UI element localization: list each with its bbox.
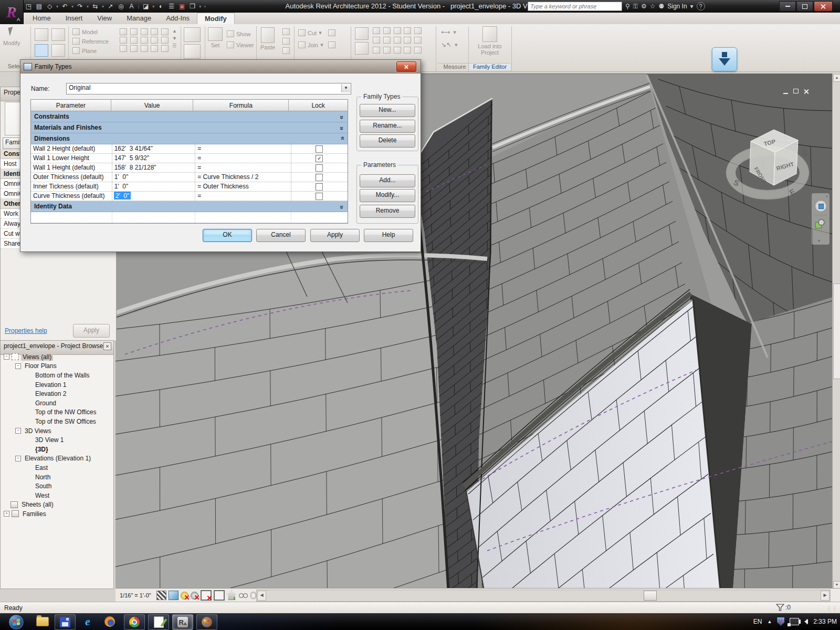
collapse-chevron-icon[interactable]: » xyxy=(338,137,346,140)
parameter-group-row[interactable]: Dimensions» xyxy=(31,133,348,144)
draw-spline-icon[interactable] xyxy=(161,37,169,44)
sketch-icon[interactable] xyxy=(184,27,201,42)
tree-item--3d-[interactable]: {3D} xyxy=(2,445,112,454)
align-icon[interactable] xyxy=(355,27,369,40)
parameter-formula-cell[interactable]: = xyxy=(195,163,291,172)
parameter-formula-cell[interactable]: = Outer Thickness xyxy=(195,182,291,191)
column-header-parameter[interactable]: Parameter xyxy=(31,100,111,111)
language-indicator[interactable]: EN xyxy=(753,618,762,625)
tab-view[interactable]: View xyxy=(90,13,119,24)
help-icon[interactable]: ? xyxy=(697,2,705,10)
measure-angle-button[interactable]: ↘↖▾ xyxy=(441,41,458,48)
new-button[interactable]: New... xyxy=(360,104,415,117)
selection-filter[interactable]: :0 xyxy=(776,604,791,611)
parameter-row[interactable]: Wall 2 Height (default)162' 3 41/64"= xyxy=(31,144,348,154)
tree-item-top-of-the-nw-offices[interactable]: Top of the NW Offices xyxy=(2,408,112,417)
show-crop-region-icon[interactable] xyxy=(214,590,225,601)
measure-icon[interactable]: ⇆ xyxy=(91,2,100,11)
switch-windows-icon[interactable]: ❐ xyxy=(188,2,197,11)
parameter-group-row[interactable]: Constraints» xyxy=(31,111,348,122)
view-minimize-icon[interactable] xyxy=(783,93,788,94)
tree-item-top-of-the-sw-offices[interactable]: Top of the SW Offices xyxy=(2,417,112,426)
dropdown-caret-icon[interactable]: ▾ xyxy=(56,4,58,9)
scroll-down-icon[interactable]: ▼ xyxy=(172,36,177,41)
delete-button[interactable]: Delete xyxy=(360,134,415,148)
draw-circle-icon[interactable] xyxy=(161,28,169,35)
parameter-name-cell[interactable]: Inner Tickness (default) xyxy=(31,182,112,191)
dropdown-caret-icon[interactable]: ▾ xyxy=(87,4,89,9)
subscription-icon[interactable]: ⚿ xyxy=(633,3,638,10)
tree-item-north[interactable]: North xyxy=(2,472,112,482)
tree-item-ground[interactable]: Ground xyxy=(2,398,112,408)
paste-button[interactable]: Paste xyxy=(260,27,275,50)
detail-level-icon[interactable] xyxy=(156,591,166,600)
pick-point-icon[interactable] xyxy=(161,45,169,52)
temporary-hide-isolate-icon[interactable] xyxy=(239,591,248,600)
tree-item-sheets-all-[interactable]: Sheets (all) xyxy=(2,500,112,510)
zoom-tool-icon[interactable] xyxy=(815,219,825,228)
show-workplane-button[interactable]: Show xyxy=(227,30,254,37)
lock-checkbox[interactable] xyxy=(316,183,323,191)
parameter-value-cell[interactable]: 2' 0" xyxy=(112,192,196,201)
parameter-formula-cell[interactable]: = xyxy=(195,144,291,153)
tree-item-south[interactable]: South xyxy=(2,481,112,491)
modify-tool-button[interactable]: Modify xyxy=(3,27,20,46)
draw-ellipse-icon[interactable] xyxy=(130,45,138,52)
parameter-value-cell[interactable]: 1' 0" xyxy=(112,173,196,182)
rename-button[interactable]: Rename... xyxy=(360,120,415,133)
type-name-combobox[interactable]: Original ▼ xyxy=(66,83,351,94)
lock-checkbox[interactable] xyxy=(316,164,323,172)
tab-home[interactable]: Home xyxy=(25,13,58,24)
section-icon[interactable]: ◐ xyxy=(156,2,165,11)
column-header-formula[interactable]: Formula xyxy=(193,100,289,111)
tree-item-floor-plans[interactable]: −Floor Plans xyxy=(2,362,112,371)
viewer-button[interactable]: Viewer xyxy=(227,41,254,48)
tab-insert[interactable]: Insert xyxy=(58,13,90,24)
parameter-name-cell[interactable]: Wall 1 Height (default) xyxy=(31,163,112,172)
parameter-value-cell[interactable]: 158' 8 21/128" xyxy=(112,163,196,172)
tree-item-bottom-of-the-walls[interactable]: Bottom of the Walls xyxy=(2,371,112,380)
mirror-axis-icon[interactable] xyxy=(373,27,380,34)
collapse-expander-icon[interactable]: − xyxy=(15,456,21,461)
network-icon[interactable] xyxy=(790,618,799,625)
scroll-thumb[interactable] xyxy=(644,591,657,601)
help-button[interactable]: Help xyxy=(364,229,413,242)
copy-icon[interactable] xyxy=(282,38,290,45)
split-gap-icon[interactable] xyxy=(404,27,411,34)
expand-chevron-icon[interactable]: » xyxy=(338,115,346,118)
expand-chevron-icon[interactable]: » xyxy=(338,126,346,129)
cut-geometry-button[interactable]: Cut▾ xyxy=(298,29,335,36)
rotate-icon[interactable] xyxy=(383,37,391,44)
search-input[interactable] xyxy=(528,2,622,11)
mirror-draw-icon[interactable] xyxy=(383,27,391,34)
download-notification-button[interactable] xyxy=(712,47,737,71)
draw-line-icon[interactable] xyxy=(120,28,127,35)
parameter-value-cell[interactable]: 162' 3 41/64" xyxy=(112,144,196,153)
properties-help-link[interactable]: Properties help xyxy=(5,327,47,334)
sketch-icon[interactable] xyxy=(184,44,201,59)
close-button[interactable] xyxy=(814,1,833,12)
parameter-row[interactable]: Wall 1 Lower Height147' 5 9/32"=✓ xyxy=(31,154,348,163)
tree-item-3d-views[interactable]: −3D Views xyxy=(2,426,112,436)
qat-customize-icon[interactable]: ▿ xyxy=(204,4,206,9)
tree-item-west[interactable]: West xyxy=(2,491,112,500)
dropdown-caret-icon[interactable]: ▾ xyxy=(71,4,74,9)
cancel-button[interactable]: Cancel xyxy=(256,229,306,242)
taskbar-chrome-button[interactable] xyxy=(124,614,145,630)
join-geometry-button[interactable]: Join▾ xyxy=(298,41,335,48)
lock-checkbox[interactable] xyxy=(316,145,323,153)
reveal-hidden-elements-icon[interactable] xyxy=(250,592,256,599)
tree-item-elevation-2[interactable]: Elevation 2 xyxy=(2,389,112,398)
unpin-icon[interactable] xyxy=(373,47,380,54)
dropdown-caret-icon[interactable]: ▾ xyxy=(199,4,201,9)
search-icon[interactable]: ⚲ xyxy=(625,3,630,10)
tree-item-elevation-1[interactable]: Elevation 1 xyxy=(2,380,112,390)
vertical-scrollbar[interactable]: ▲ ▼ xyxy=(832,74,840,590)
select-tool-icon[interactable] xyxy=(51,28,65,41)
visual-style-icon[interactable] xyxy=(169,591,178,600)
parameter-formula-cell[interactable]: = xyxy=(195,154,291,163)
draw-fillet-icon[interactable] xyxy=(141,37,148,44)
dialog-close-button[interactable] xyxy=(396,61,416,72)
remove-parameter-button[interactable]: Remove xyxy=(360,205,415,218)
dropdown-caret-icon[interactable]: ▾ xyxy=(320,41,323,48)
